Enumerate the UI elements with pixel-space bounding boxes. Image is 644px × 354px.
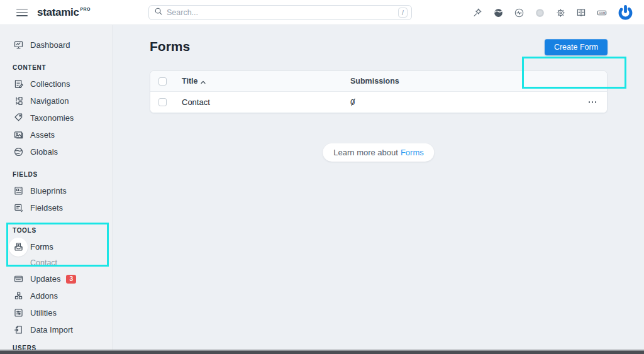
docs-book-icon[interactable] [575, 7, 587, 18]
row-actions-icon[interactable] [586, 99, 599, 106]
sidebar-item-utilities[interactable]: Utilities [0, 304, 113, 321]
sort-asc-icon [201, 77, 206, 86]
sidebar-item-taxonomies[interactable]: Taxonomies [0, 109, 113, 126]
page-title: Forms [150, 39, 190, 54]
header-icon-group: .COM [472, 0, 634, 25]
create-form-button[interactable]: Create Form [545, 39, 608, 55]
blueprints-icon [9, 182, 28, 201]
forms-table: Title Submissions Contact 0 [150, 70, 608, 113]
sidebar-item-fieldsets[interactable]: Fieldsets [0, 199, 113, 216]
pin-icon[interactable] [472, 7, 483, 18]
website-com-icon[interactable]: .COM [596, 7, 608, 18]
taxonomies-icon [9, 109, 28, 128]
sidebar-section-tools: TOOLS [0, 226, 113, 235]
sidebar-item-collections[interactable]: Collections [0, 75, 113, 92]
fieldsets-icon [9, 199, 28, 218]
learn-more-pill: Learn more about Forms [323, 143, 434, 162]
sidebar-item-forms[interactable]: Forms [0, 238, 113, 255]
column-header-submissions[interactable]: Submissions [350, 77, 578, 86]
updates-icon [9, 270, 28, 289]
sidebar-section-content: CONTENT [0, 64, 113, 72]
search-shortcut-badge: / [398, 8, 408, 18]
power-logo-icon[interactable] [617, 4, 634, 21]
sidebar-item-data-import[interactable]: Data Import [0, 321, 113, 338]
sidebar-item-dashboard[interactable]: Dashboard [0, 36, 113, 53]
globals-icon [9, 143, 28, 162]
sidebar-item-addons[interactable]: Addons [0, 287, 113, 304]
hamburger-menu-icon[interactable] [16, 9, 28, 16]
form-title-link[interactable]: Contact [182, 97, 210, 107]
svg-text:.COM: .COM [599, 11, 606, 14]
sidebar-item-globals[interactable]: Globals [0, 143, 113, 160]
gear-icon[interactable] [555, 7, 566, 18]
column-header-title[interactable]: Title [182, 77, 350, 86]
sidebar-section-fields: FIELDS [0, 170, 113, 179]
updates-count-badge: 3 [66, 275, 76, 284]
statamic-logo[interactable]: statamic PRO [37, 6, 91, 19]
table-header-row: Title Submissions [150, 71, 607, 92]
select-all-checkbox[interactable] [158, 77, 167, 86]
sidebar-item-updates[interactable]: Updates 3 [0, 270, 113, 287]
search-icon [154, 7, 163, 18]
submissions-count: 0 [350, 97, 355, 107]
row-checkbox[interactable] [158, 98, 167, 106]
sidebar-item-blueprints[interactable]: Blueprints [0, 182, 113, 199]
learn-more-forms-link[interactable]: Forms [401, 148, 424, 157]
sidebar: Dashboard CONTENT Collections Navigation… [0, 25, 113, 354]
logo-text: statamic [37, 6, 79, 19]
utilities-icon [9, 304, 28, 323]
search-input[interactable] [167, 8, 398, 17]
table-row-contact[interactable]: Contact 0 [150, 92, 607, 113]
sidebar-item-navigation[interactable]: Navigation [0, 92, 113, 109]
collections-icon [9, 75, 28, 94]
sidebar-item-assets[interactable]: Assets [0, 126, 113, 143]
site-globe-icon[interactable] [492, 7, 504, 18]
activity-icon[interactable] [513, 7, 525, 18]
bottom-edge-strip [0, 350, 644, 354]
dashboard-icon [9, 36, 28, 55]
sidebar-subitem-contact[interactable]: Contact [0, 255, 113, 270]
assets-icon [9, 126, 28, 145]
main-content: Forms Create Form Title Submissions Cont… [113, 25, 644, 354]
global-search[interactable]: / [148, 5, 412, 20]
forms-icon [9, 238, 28, 257]
top-bar: statamic PRO / .COM [0, 0, 644, 25]
data-import-icon [9, 321, 28, 340]
logo-pro-badge: PRO [80, 7, 91, 11]
addons-icon [9, 287, 28, 306]
navigation-icon [9, 92, 28, 111]
avatar[interactable] [534, 7, 545, 18]
